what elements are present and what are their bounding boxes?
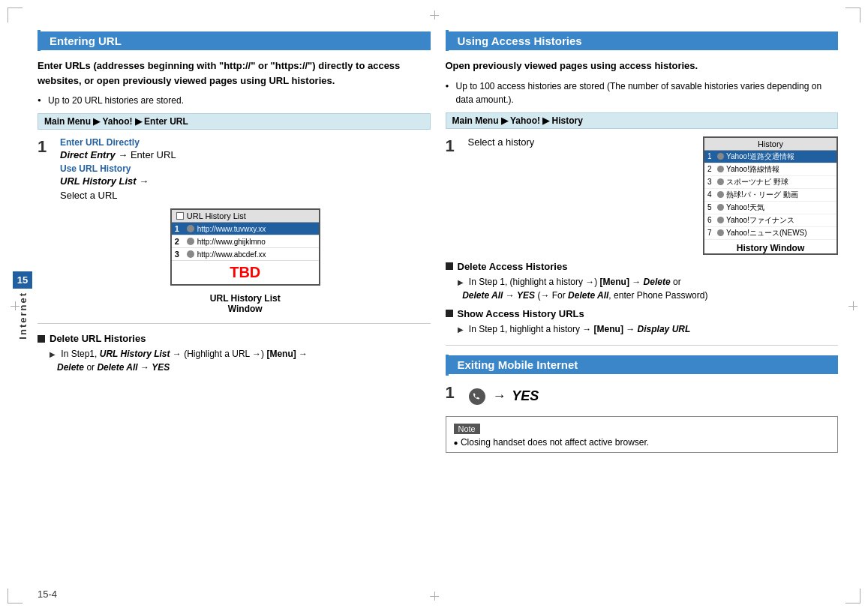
delete-access-header: Delete Access Histories: [446, 261, 839, 272]
delete-url-header: Delete URL Histories: [38, 333, 431, 344]
hist-icon-2: [717, 166, 724, 172]
hist-text-1: Yahoo!道路交通情報: [726, 151, 794, 162]
show-access-header: Show Access History URLs: [446, 308, 839, 319]
tbd-label: TBD: [172, 261, 319, 284]
hist-icon-3: [717, 178, 724, 185]
hist-icon-1: [717, 153, 724, 160]
right-divider: [446, 345, 839, 346]
hist-row-num-7: 7: [707, 229, 715, 237]
black-square-show: [446, 310, 453, 317]
url-row-num-3: 3: [175, 250, 184, 259]
note-label: Note: [454, 424, 480, 434]
note-content: ● Closing handset does not affect active…: [454, 437, 830, 448]
hist-row-num-1: 1: [707, 152, 715, 160]
url-history-window: URL History List 1 http://www.tuvwxy.xx …: [170, 208, 320, 286]
exit-yes: YES: [509, 388, 539, 404]
triangle-bullet-delete: ▶: [50, 350, 56, 358]
hist-icon-4: [717, 191, 724, 198]
exit-step-content: → YES: [468, 383, 839, 410]
step1-number: 1: [38, 137, 53, 157]
url-row-text-3: http://www.abcdef.xx: [197, 250, 266, 259]
url-history-label: Use URL History: [60, 163, 431, 174]
delete-access-text: ▶ In Step 1, (highlight a history →) [Me…: [446, 275, 839, 302]
url-row-icon-2: [187, 238, 194, 245]
url-history-caption-text: URL History ListWindow: [210, 293, 281, 314]
step1-right-inner: Select a history History 1 Yahoo!道路交通情報: [468, 136, 839, 255]
hist-row-num-4: 4: [707, 190, 715, 199]
hist-row-num-5: 5: [707, 203, 715, 211]
show-access-title: Show Access History URLs: [458, 308, 584, 319]
right-column: Using Access Histories Open previously v…: [446, 30, 839, 453]
url-history-row-2: 2 http://www.ghijklmno: [172, 235, 319, 248]
url-history-italic: URL History List: [60, 175, 137, 187]
cross-mark-bottom: [430, 592, 439, 601]
entering-url-body: Enter URLs (addresses beginning with "ht…: [38, 58, 431, 88]
hist-row-num-2: 2: [707, 165, 715, 173]
internet-label: Internet: [17, 292, 29, 340]
show-access-text: ▶ In Step 1, highlight a history → [Menu…: [446, 322, 839, 336]
using-histories-header: Using Access Histories: [446, 30, 839, 51]
exit-step-number: 1: [446, 383, 461, 403]
direct-entry-arrow: → Enter URL: [118, 149, 176, 160]
direct-entry-italic: Direct Entry: [60, 149, 116, 160]
step1-right-number: 1: [446, 136, 461, 156]
hist-text-7: Yahoo!ニュース(NEWS): [726, 228, 807, 238]
history-row-5: 5 Yahoo!天気: [704, 202, 836, 214]
direct-entry-label: Enter URL Directly: [60, 137, 431, 148]
step1-right-text: Select a history: [468, 136, 535, 148]
url-history-window-title: URL History List: [187, 211, 246, 220]
corner-mark-bl: [8, 589, 23, 604]
hist-text-6: Yahoo!ファイナンス: [726, 215, 794, 226]
chapter-badge: 15: [13, 271, 32, 289]
history-window-caption: History Window: [704, 243, 836, 253]
exit-step-row: → YES: [468, 388, 839, 406]
hist-text-5: Yahoo!天気: [726, 202, 764, 213]
cross-mark-top: [430, 10, 439, 19]
history-row-6: 6 Yahoo!ファイナンス: [704, 214, 836, 227]
url-history-sub: Select a URL: [60, 190, 431, 201]
step1-right-content: Select a history History 1 Yahoo!道路交通情報: [468, 136, 839, 255]
hist-text-4: 熱球!パ・リーグ 動画: [726, 190, 798, 200]
left-divider: [38, 323, 431, 324]
using-histories-body: Open previously viewed pages using acces…: [446, 58, 839, 73]
delete-access-section: Delete Access Histories ▶ In Step 1, (hi…: [446, 261, 839, 302]
step1-content: Enter URL Directly Direct Entry → Enter …: [60, 137, 431, 314]
delete-url-section: Delete URL Histories ▶ In Step1, URL His…: [38, 333, 431, 374]
internet-sidebar: 15 Internet: [11, 30, 34, 581]
history-row-7: 7 Yahoo!ニュース(NEWS): [704, 227, 836, 240]
history-row-2: 2 Yahoo!路線情報: [704, 163, 836, 176]
url-history-row-3: 3 http://www.abcdef.xx: [172, 248, 319, 261]
direct-entry-text: Direct Entry → Enter URL: [60, 149, 431, 160]
cross-mark-right: [848, 301, 857, 310]
history-titlebar: History: [704, 138, 836, 151]
hist-icon-5: [717, 204, 724, 211]
corner-mark-tr: [845, 7, 860, 22]
black-square-icon: [38, 335, 45, 343]
url-row-num-1: 1: [175, 224, 184, 233]
bullet-item-url-histories: Up to 20 URL histories are stored.: [38, 94, 431, 107]
entering-url-header: Entering URL: [38, 30, 431, 51]
corner-mark-br: [845, 589, 860, 604]
url-history-row-1: 1 http://www.tuvwxy.xx: [172, 223, 319, 235]
page-number: 15-4: [38, 589, 57, 600]
hist-icon-7: [717, 229, 724, 236]
entering-url-title: Entering URL: [41, 31, 431, 50]
note-text: Closing handset does not affect active b…: [461, 437, 649, 448]
bullet-item-100-histories: Up to 100 access histories are stored (T…: [446, 79, 839, 106]
history-row-1: 1 Yahoo!道路交通情報: [704, 151, 836, 163]
exiting-header: Exiting Mobile Internet: [446, 355, 839, 376]
url-row-icon-3: [187, 250, 194, 258]
url-row-num-2: 2: [175, 237, 184, 246]
url-row-icon-1: [187, 225, 194, 232]
triangle-bullet-access: ▶: [458, 278, 464, 286]
history-row-3: 3 スポーツナビ 野球: [704, 176, 836, 189]
exit-arrow: →: [493, 388, 506, 404]
url-row-text-1: http://www.tuvwxy.xx: [197, 225, 266, 233]
phone-icon: [468, 388, 486, 406]
hist-row-num-6: 6: [707, 216, 715, 224]
two-columns: Entering URL Enter URLs (addresses begin…: [38, 30, 838, 453]
using-histories-menu-bar: Main Menu ▶ Yahoo! ▶ History: [446, 112, 839, 129]
corner-mark-tl: [8, 7, 23, 22]
delete-url-title: Delete URL Histories: [50, 333, 146, 344]
triangle-bullet-show: ▶: [458, 325, 464, 334]
